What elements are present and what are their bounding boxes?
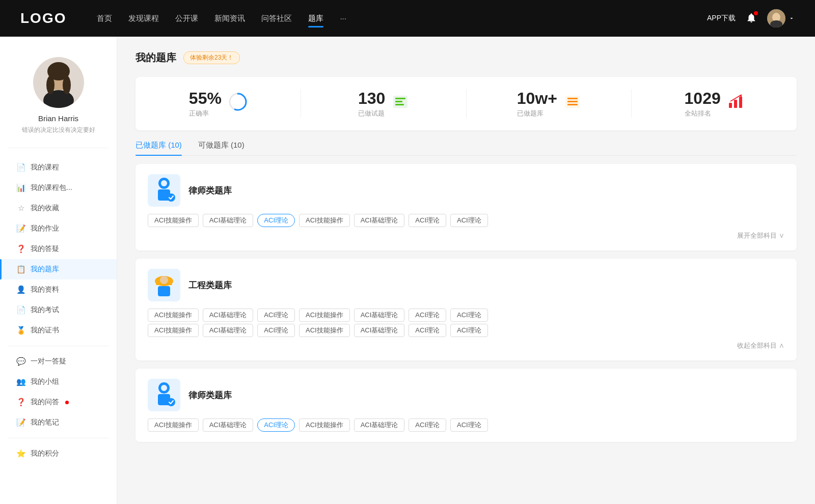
nav-opencourse[interactable]: 公开课 — [175, 12, 198, 25]
tag[interactable]: ACI理论 — [450, 214, 488, 227]
nav-qbank[interactable]: 题库 — [308, 12, 323, 25]
expand-button-1[interactable]: 展开全部科目 ∨ — [148, 231, 784, 240]
tag[interactable]: ACI技能操作 — [148, 324, 199, 337]
sidebar-item-package[interactable]: 📊 我的课程包... — [0, 178, 117, 198]
tag[interactable]: ACI理论 — [450, 309, 488, 322]
svg-rect-20 — [734, 100, 737, 108]
sidebar-item-exam[interactable]: 📄 我的考试 — [0, 300, 117, 320]
tag[interactable]: ACI理论 — [409, 324, 446, 337]
tag[interactable]: ACI基础理论 — [354, 324, 405, 337]
sidebar-item-1to1[interactable]: 💬 一对一答疑 — [0, 351, 117, 372]
app-download-button[interactable]: APP下载 — [707, 14, 736, 23]
page-header: 我的题库 体验剩余23天！ — [135, 51, 797, 65]
tag[interactable]: ACI技能操作 — [299, 418, 350, 432]
sidebar-item-group[interactable]: 👥 我的小组 — [0, 372, 117, 392]
notification-bell[interactable] — [746, 12, 757, 25]
nav-qa[interactable]: 问答社区 — [261, 12, 292, 25]
sidebar-divider-3 — [8, 438, 108, 438]
profile-icon: 👤 — [16, 285, 25, 294]
course-icon: 📄 — [16, 163, 25, 172]
tag[interactable]: ACI技能操作 — [148, 309, 199, 322]
stat-label-bank: 已做题库 — [517, 109, 557, 118]
sidebar-item-label: 我的答疑 — [31, 244, 59, 254]
sidebar-item-label: 我的作业 — [31, 224, 59, 233]
bank-section-lawyer-1: 律师类题库 ACI技能操作 ACI基础理论 ACI理论 ACI技能操作 ACI基… — [135, 164, 797, 250]
svg-rect-17 — [567, 101, 578, 102]
tag[interactable]: ACI基础理论 — [203, 418, 254, 432]
stat-label-accuracy: 正确率 — [189, 109, 222, 118]
sidebar-item-points[interactable]: ⭐ 我的积分 — [0, 443, 117, 464]
sidebar-item-qbank[interactable]: 📋 我的题库 — [0, 259, 117, 279]
tag[interactable]: ACI理论 — [409, 418, 446, 432]
stat-value-done: 130 — [358, 89, 385, 108]
bank-name-3: 律师类题库 — [188, 389, 232, 401]
lawyer-svg-icon — [151, 176, 177, 205]
tag[interactable]: ACI基础理论 — [203, 309, 254, 322]
main-content: 我的题库 体验剩余23天！ 55% 正确率 130 — [117, 37, 815, 504]
tab-todo[interactable]: 可做题库 (10) — [198, 141, 244, 155]
tag[interactable]: ACI技能操作 — [148, 418, 199, 432]
stat-value-accuracy: 55% — [189, 89, 222, 108]
tabs-bar: 已做题库 (10) 可做题库 (10) — [135, 141, 797, 156]
tag[interactable]: ACI理论 — [450, 418, 488, 432]
svg-point-7 — [46, 76, 55, 94]
nav-more[interactable]: ··· — [340, 12, 346, 25]
tag[interactable]: ACI基础理论 — [354, 418, 405, 432]
tag-active[interactable]: ACI理论 — [257, 214, 295, 227]
svg-rect-16 — [567, 98, 578, 99]
tag[interactable]: ACI理论 — [409, 214, 446, 227]
svg-rect-21 — [739, 97, 742, 108]
stats-card: 55% 正确率 130 已做试题 — [135, 77, 797, 130]
sidebar-item-profile[interactable]: 👤 我的资料 — [0, 279, 117, 300]
sidebar-item-label: 我的证书 — [31, 326, 59, 335]
tag[interactable]: ACI理论 — [257, 324, 295, 337]
engineer-svg-icon — [151, 271, 177, 299]
sidebar-item-homework[interactable]: 📝 我的作业 — [0, 218, 117, 239]
avatar — [767, 9, 785, 27]
tab-done[interactable]: 已做题库 (10) — [135, 141, 182, 155]
sidebar-item-cert[interactable]: 🏅 我的证书 — [0, 320, 117, 341]
tag[interactable]: ACI基础理论 — [203, 214, 254, 227]
sidebar-item-myqa[interactable]: ❓ 我的问答 — [0, 392, 117, 412]
tag[interactable]: ACI理论 — [257, 309, 295, 322]
nav-discover[interactable]: 发现课程 — [128, 12, 159, 25]
sidebar-item-favorites[interactable]: ☆ 我的收藏 — [0, 198, 117, 218]
tag[interactable]: ACI基础理论 — [203, 324, 254, 337]
stat-accuracy: 55% 正确率 — [135, 89, 301, 118]
profile-photo — [33, 57, 84, 108]
tag[interactable]: ACI基础理论 — [354, 309, 405, 322]
sidebar-item-qa[interactable]: ❓ 我的答疑 — [0, 239, 117, 259]
nav-news[interactable]: 新闻资讯 — [214, 12, 245, 25]
svg-rect-14 — [395, 104, 404, 105]
sidebar-profile: Brian Harris 错误的决定比没有决定要好 — [0, 47, 117, 143]
sidebar-item-label: 我的题库 — [31, 265, 59, 274]
svg-rect-29 — [158, 286, 170, 296]
sidebar-item-course[interactable]: 📄 我的课程 — [0, 157, 117, 178]
tag[interactable]: ACI技能操作 — [299, 309, 350, 322]
star-icon: ☆ — [16, 204, 25, 213]
tag[interactable]: ACI理论 — [409, 309, 446, 322]
sidebar-item-notes[interactable]: 📝 我的笔记 — [0, 412, 117, 433]
bank-name-1: 律师类题库 — [188, 185, 232, 197]
trial-badge: 体验剩余23天！ — [183, 51, 240, 64]
sidebar-item-label: 我的考试 — [31, 305, 59, 315]
tags-row-3: ACI技能操作 ACI基础理论 ACI理论 ACI技能操作 ACI基础理论 AC… — [148, 418, 784, 432]
notes-icon: 📝 — [16, 418, 25, 427]
stat-done: 130 已做试题 — [301, 89, 467, 118]
tag[interactable]: ACI技能操作 — [148, 214, 199, 227]
navbar: LOGO 首页 发现课程 公开课 新闻资讯 问答社区 题库 ··· APP下载 — [0, 0, 815, 37]
nav-home[interactable]: 首页 — [97, 12, 112, 25]
tag[interactable]: ACI技能操作 — [299, 214, 350, 227]
bank-icon-engineer — [148, 269, 180, 301]
page-title: 我的题库 — [135, 51, 176, 65]
homework-icon: 📝 — [16, 224, 25, 233]
tag-active[interactable]: ACI理论 — [257, 418, 295, 432]
bank-header-1: 律师类题库 — [148, 174, 784, 207]
collapse-button-2[interactable]: 收起全部科目 ∧ — [148, 341, 784, 350]
user-avatar-button[interactable] — [767, 9, 795, 27]
tag[interactable]: ACI理论 — [450, 324, 488, 337]
qbank-icon: 📋 — [16, 265, 25, 274]
tag[interactable]: ACI基础理论 — [354, 214, 405, 227]
tag[interactable]: ACI技能操作 — [299, 324, 350, 337]
tags-row-2b: ACI技能操作 ACI基础理论 ACI理论 ACI技能操作 ACI基础理论 AC… — [148, 324, 784, 337]
